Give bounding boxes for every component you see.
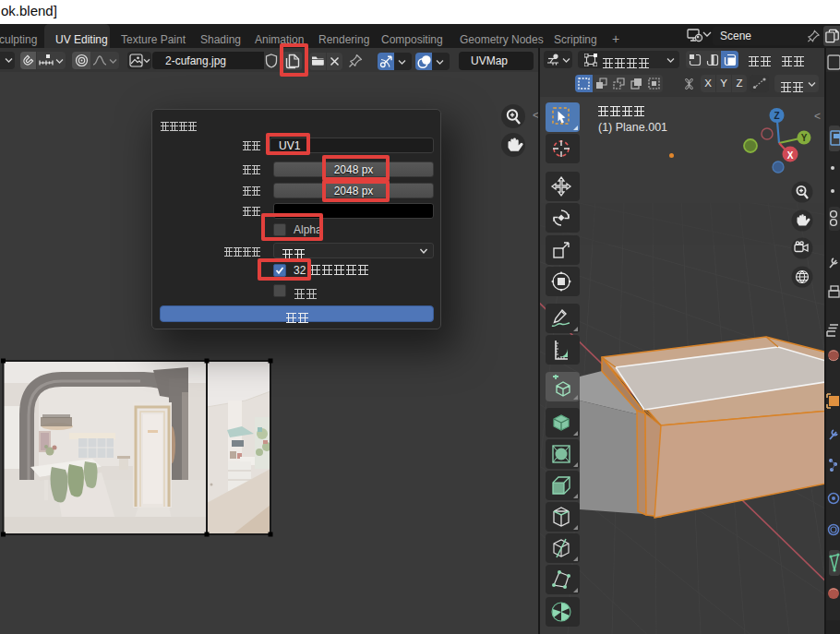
svg-text:Y: Y <box>801 133 808 143</box>
svg-text:X: X <box>787 150 794 161</box>
svg-text:Z: Z <box>774 111 779 121</box>
